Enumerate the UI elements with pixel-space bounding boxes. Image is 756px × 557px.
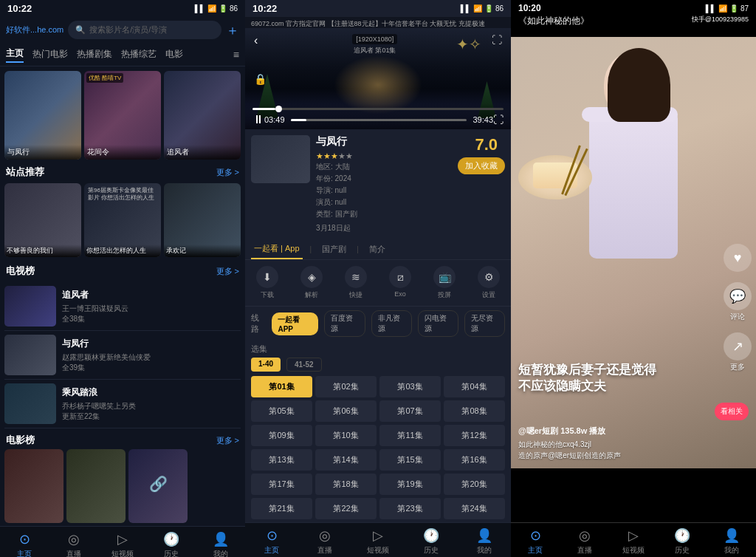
ep-btn-05[interactable]: 第05集 <box>251 400 312 422</box>
p1-nav-history[interactable]: 🕐 历史 <box>147 531 196 557</box>
exo-button[interactable]: ⧄ Exo <box>389 266 411 300</box>
rank-item-3[interactable]: 乘风踏浪 乔杉杨子嗯嗯笑上另类更新至22集 <box>4 380 241 428</box>
p1-nav-home[interactable]: ⊙ 主页 <box>0 531 49 557</box>
station-card-1[interactable]: 不够善良的我们 <box>4 183 81 257</box>
ep-range-41-52[interactable]: 41-52 <box>286 358 322 372</box>
ep-btn-22[interactable]: 第22集 <box>315 498 377 519</box>
like-action[interactable]: ♥ <box>724 244 752 272</box>
add-search-button[interactable]: ＋ <box>226 21 239 39</box>
ep-btn-15[interactable]: 第15集 <box>379 449 441 471</box>
ep-btn-09[interactable]: 第09集 <box>251 425 312 446</box>
p2-nav-profile[interactable]: 👤 我的 <box>458 527 511 556</box>
source-together-app[interactable]: 一起看APP <box>272 312 318 335</box>
rank-item-1[interactable]: 追风者 王一博王阳谋疑风云全38集 <box>4 282 241 331</box>
add-favorite-button[interactable]: 加入收藏 <box>458 157 505 174</box>
ep-btn-12[interactable]: 第12集 <box>444 425 505 446</box>
source-flash[interactable]: 闪电资源 <box>418 310 458 337</box>
ep-range-1-40[interactable]: 1-40 <box>251 358 281 372</box>
shortcut-icon: ≋ <box>345 266 367 288</box>
ep-btn-20[interactable]: 第20集 <box>444 474 505 495</box>
p1-nav-shorts[interactable]: ▷ 短视频 <box>98 531 147 557</box>
show-thumbnail[interactable] <box>251 135 310 183</box>
movie-card-2[interactable] <box>66 449 126 523</box>
ep-btn-14[interactable]: 第14集 <box>315 449 377 471</box>
nav-home[interactable]: 主页 <box>6 46 24 63</box>
ep-btn-03[interactable]: 第03集 <box>379 376 441 397</box>
ep-btn-23[interactable]: 第23集 <box>379 498 441 519</box>
nav-hot-variety[interactable]: 热播综艺 <box>121 47 157 62</box>
ep-btn-07[interactable]: 第07集 <box>379 400 441 422</box>
station-card-3[interactable]: 承欢记 <box>164 183 241 257</box>
p1-nav-profile[interactable]: 👤 我的 <box>196 531 245 557</box>
ep-btn-08[interactable]: 第08集 <box>444 400 505 422</box>
p3-nav-history[interactable]: 🕐 历史 <box>658 527 707 556</box>
ep-btn-02[interactable]: 第02集 <box>315 376 377 397</box>
parse-button[interactable]: ◈ 解析 <box>300 266 323 300</box>
tab-domestic[interactable]: 国产剧 <box>319 240 349 259</box>
settings-icon: ⚙ <box>478 266 500 288</box>
time-right: 10:20 <box>518 3 541 13</box>
p2-nav-live[interactable]: ◎ 直播 <box>298 527 351 556</box>
comment-action[interactable]: 💬 评论 <box>724 282 752 322</box>
download-button[interactable]: ⬇ 下载 <box>256 266 278 300</box>
ep-btn-18[interactable]: 第18集 <box>315 474 377 495</box>
share-action[interactable]: ↗ 更多 <box>724 332 752 372</box>
station-card-2[interactable]: 第96届奥斯卡金像奖最佳影片 你想活出怎样的人生 你想活出怎样的人生 <box>84 183 161 257</box>
nav-movies[interactable]: 电影 <box>165 47 183 62</box>
ep-btn-10[interactable]: 第10集 <box>315 425 377 446</box>
ep-btn-16[interactable]: 第16集 <box>444 449 505 471</box>
shortcut-button[interactable]: ≋ 快捷 <box>345 266 367 300</box>
p3-nav-shorts[interactable]: ▷ 短视频 <box>609 527 658 556</box>
source-endless[interactable]: 无尽资源 <box>464 310 505 337</box>
station-more[interactable]: 更多 > <box>216 167 239 178</box>
nav-menu-icon[interactable]: ≡ <box>233 49 239 61</box>
p2-nav-history[interactable]: 🕐 历史 <box>405 527 458 556</box>
lock-button[interactable]: 🔒 <box>254 73 267 85</box>
settings-button[interactable]: ⚙ 设置 <box>478 266 500 300</box>
movie-card-3[interactable]: 🔗 <box>128 449 188 523</box>
ep-btn-24[interactable]: 第24集 <box>444 498 505 519</box>
featured-card-3[interactable]: 追风者 <box>164 71 241 160</box>
show-date: 3月18日起 <box>316 223 505 233</box>
status-icons-left: ▌▌ 📶 🔋 86 <box>195 4 238 13</box>
featured-card-2[interactable]: 优酷 酷喵TV 花间令 <box>84 71 161 160</box>
p3-nav-profile[interactable]: 👤 我的 <box>707 527 756 556</box>
movierank-more[interactable]: 更多 > <box>216 435 239 446</box>
p2-nav-home[interactable]: ⊙ 主页 <box>245 527 298 556</box>
play-pause-button[interactable]: ⏸ <box>252 113 264 126</box>
p3-nav-live[interactable]: ◎ 直播 <box>560 527 608 556</box>
tab-intro[interactable]: 简介 <box>366 240 388 259</box>
p1-nav-live[interactable]: ◎ 直播 <box>49 531 97 557</box>
ep-btn-13[interactable]: 第13集 <box>251 449 312 471</box>
show-title-right: 《如此神秘的他》 <box>518 16 589 26</box>
video-player[interactable]: ✦✧ ‹ [1920X1080] 追风者 第01集 ⛶ 🔒 ⏸ 03:49 <box>245 28 511 129</box>
station-card-2-label: 你想活出怎样的人生 <box>84 245 161 257</box>
rank-item-2[interactable]: 与凤行 赵露思颖林更新绝美仙侠爱全39集 <box>4 331 241 380</box>
see-related-button[interactable]: 看相关 <box>715 403 749 420</box>
progress-bar[interactable] <box>252 108 504 110</box>
exo-label: Exo <box>394 290 406 298</box>
nav-hot-movies[interactable]: 热门电影 <box>32 47 68 62</box>
featured-card-1[interactable]: 与凤行 <box>4 71 81 160</box>
tvrank-more[interactable]: 更多 > <box>216 266 239 277</box>
tab-together[interactable]: 一起看 | App <box>251 239 303 259</box>
pip-button[interactable]: ⛶ <box>492 34 502 55</box>
back-button[interactable]: ‹ <box>254 34 258 55</box>
ep-btn-21[interactable]: 第21集 <box>251 498 312 519</box>
battery-icon-m: 🔋 <box>484 4 493 13</box>
p3-nav-home[interactable]: ⊙ 主页 <box>511 527 560 556</box>
cast-button[interactable]: 📺 投屏 <box>433 266 456 300</box>
ep-btn-17[interactable]: 第17集 <box>251 474 312 495</box>
ep-btn-11[interactable]: 第11集 <box>379 425 441 446</box>
ep-btn-19[interactable]: 第19集 <box>379 474 441 495</box>
p2-nav-shorts[interactable]: ▷ 短视频 <box>351 527 405 556</box>
nav-hot-dramas[interactable]: 热播剧集 <box>77 47 112 62</box>
ep-btn-01[interactable]: 第01集 <box>251 376 312 397</box>
source-feifan[interactable]: 非凡资源 <box>371 310 412 337</box>
ep-btn-06[interactable]: 第06集 <box>315 400 377 422</box>
movie-card-1[interactable] <box>4 449 63 523</box>
source-baidu[interactable]: 百度资源 <box>324 310 365 337</box>
search-input[interactable]: 🔍 搜索影片名/演员/导演 <box>68 21 221 39</box>
fullscreen-button[interactable]: ⛶ <box>493 114 504 126</box>
ep-btn-04[interactable]: 第04集 <box>444 376 505 397</box>
